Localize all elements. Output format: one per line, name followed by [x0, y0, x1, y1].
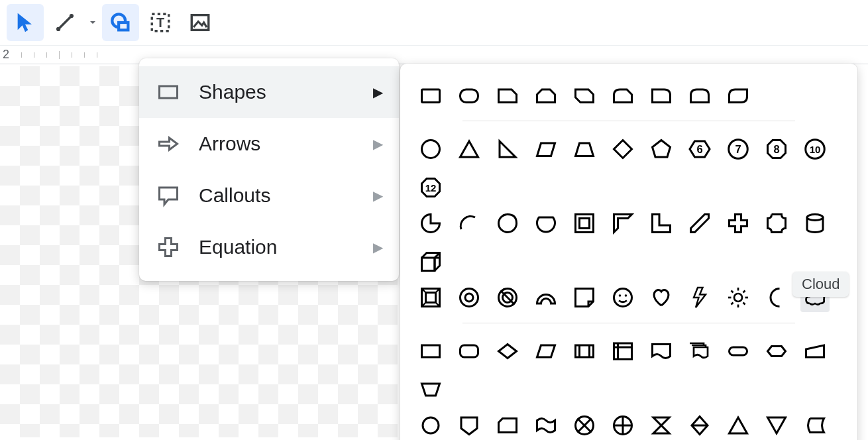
- shape-tool[interactable]: [102, 4, 139, 41]
- shape-flowchart-stored-data[interactable]: [800, 411, 830, 440]
- svg-rect-4: [119, 23, 128, 30]
- shape-donut[interactable]: [455, 283, 484, 312]
- chevron-right-icon: ▶: [373, 84, 383, 100]
- image-tool[interactable]: [182, 4, 219, 41]
- shape-flowchart-data[interactable]: [531, 337, 561, 366]
- svg-rect-9: [422, 89, 440, 103]
- select-tool[interactable]: [7, 4, 44, 41]
- shape-oval[interactable]: [416, 135, 445, 164]
- shape-snip-single-corner[interactable]: [493, 81, 522, 110]
- shape-rectangle[interactable]: [416, 81, 445, 110]
- menu-item-shapes[interactable]: Shapes ▶: [139, 66, 399, 118]
- menu-label: Arrows: [199, 133, 356, 155]
- shape-frame[interactable]: [570, 209, 599, 238]
- shape-bevel[interactable]: [416, 283, 445, 312]
- line-tool[interactable]: [46, 4, 83, 41]
- shape-triangle[interactable]: [455, 135, 484, 164]
- shape-block-arc[interactable]: [531, 283, 561, 312]
- menu-label: Callouts: [199, 184, 356, 207]
- shape-flowchart-summing[interactable]: [570, 411, 599, 440]
- menu-item-equation[interactable]: Equation ▶: [139, 221, 399, 273]
- shape-trapezoid[interactable]: [570, 135, 599, 164]
- svg-rect-10: [461, 89, 478, 103]
- shapes-submenu: 6 7 8 10 12: [400, 64, 857, 440]
- shape-flowchart-predefined[interactable]: [570, 337, 599, 366]
- shape-flowchart-terminator[interactable]: [724, 337, 753, 366]
- shape-snip-same-side[interactable]: [531, 81, 561, 110]
- shape-pentagon[interactable]: [647, 135, 676, 164]
- shape-flowchart-collate[interactable]: [647, 411, 676, 440]
- shape-diamond[interactable]: [608, 135, 637, 164]
- shape-l-shape[interactable]: [647, 209, 676, 238]
- shape-sun[interactable]: [724, 283, 753, 312]
- shape-heptagon[interactable]: 7: [724, 135, 753, 164]
- shape-octagon[interactable]: 8: [762, 135, 791, 164]
- shape-parallelogram[interactable]: [531, 135, 561, 164]
- shape-smiley-face[interactable]: [608, 283, 637, 312]
- shape-moon[interactable]: [762, 283, 791, 312]
- shape-folded-corner[interactable]: [570, 283, 599, 312]
- shape-flowchart-sort[interactable]: [685, 411, 714, 440]
- shape-flowchart-or[interactable]: [608, 411, 637, 440]
- shape-flowchart-process[interactable]: [416, 337, 445, 366]
- shape-flowchart-card[interactable]: [493, 411, 522, 440]
- shape-diagonal-stripe[interactable]: [685, 209, 714, 238]
- shape-flowchart-merge[interactable]: [762, 411, 791, 440]
- line-tool-dropdown[interactable]: [86, 17, 99, 28]
- ruler-number: 2: [3, 48, 9, 62]
- shape-flowchart-extract[interactable]: [724, 411, 753, 440]
- svg-rect-46: [422, 345, 440, 357]
- svg-point-30: [465, 294, 473, 302]
- shape-flowchart-preparation[interactable]: [762, 337, 791, 366]
- svg-rect-8: [160, 86, 178, 98]
- shape-chord[interactable]: [531, 209, 561, 238]
- shape-flowchart-document[interactable]: [647, 337, 676, 366]
- shape-flowchart-internal-storage[interactable]: [608, 337, 637, 366]
- svg-point-11: [422, 140, 440, 158]
- shape-arc[interactable]: [455, 209, 484, 238]
- shape-flowchart-alternate[interactable]: [455, 337, 484, 366]
- shape-teardrop[interactable]: [493, 209, 522, 238]
- svg-point-34: [614, 289, 632, 307]
- shape-flowchart-tape[interactable]: [531, 411, 561, 440]
- menu-item-arrows[interactable]: Arrows ▶: [139, 118, 399, 170]
- shape-snip-round-single[interactable]: [608, 81, 637, 110]
- shape-cube[interactable]: [416, 247, 445, 276]
- shape-no-symbol[interactable]: [493, 283, 522, 312]
- shape-plaque[interactable]: [762, 209, 791, 238]
- shape-heart[interactable]: [647, 283, 676, 312]
- shape-round-same-side[interactable]: [685, 81, 714, 110]
- svg-text:T: T: [156, 15, 164, 30]
- shape-pie[interactable]: [416, 209, 445, 238]
- svg-line-2: [60, 17, 71, 28]
- svg-text:8: 8: [773, 143, 779, 155]
- shape-group-basic: 6 7 8 10 12: [416, 135, 841, 202]
- separator: [462, 323, 795, 323]
- shape-decagon[interactable]: 10: [800, 135, 830, 164]
- shape-round-diagonal[interactable]: [724, 81, 753, 110]
- shape-flowchart-manual-input[interactable]: [800, 337, 830, 366]
- svg-rect-24: [426, 293, 436, 303]
- svg-text:6: 6: [696, 143, 702, 155]
- svg-point-55: [423, 417, 439, 433]
- shape-flowchart-connector[interactable]: [416, 411, 445, 440]
- shape-flowchart-decision[interactable]: [493, 337, 522, 366]
- shape-right-triangle[interactable]: [493, 135, 522, 164]
- shape-rounded-rectangle[interactable]: [455, 81, 484, 110]
- shape-flowchart-manual-operation[interactable]: [416, 375, 445, 404]
- shape-round-single-corner[interactable]: [647, 81, 676, 110]
- shape-half-frame[interactable]: [608, 209, 637, 238]
- shape-dodecagon[interactable]: 12: [416, 173, 445, 202]
- menu-item-callouts[interactable]: Callouts ▶: [139, 170, 399, 221]
- shape-hexagon[interactable]: 6: [685, 135, 714, 164]
- svg-point-37: [734, 294, 742, 302]
- textbox-tool[interactable]: T: [142, 4, 179, 41]
- shape-lightning-bolt[interactable]: [685, 283, 714, 312]
- shape-plus[interactable]: [724, 209, 753, 238]
- svg-rect-54: [730, 347, 747, 355]
- shape-flowchart-multidocument[interactable]: [685, 337, 714, 366]
- shape-flowchart-offpage[interactable]: [455, 411, 484, 440]
- shape-can[interactable]: [800, 209, 830, 238]
- shape-snip-diagonal[interactable]: [570, 81, 599, 110]
- tooltip: Cloud: [792, 272, 849, 297]
